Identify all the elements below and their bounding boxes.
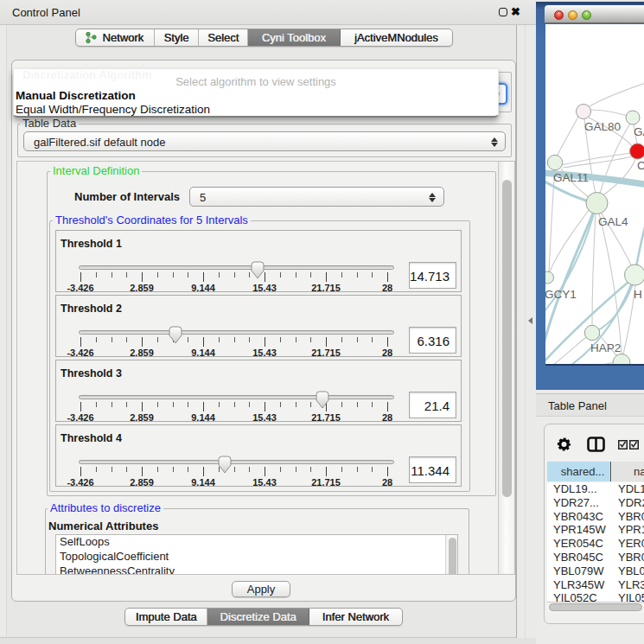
threshold-slider-track[interactable]	[79, 395, 394, 399]
cell-name: YER054C	[611, 537, 644, 551]
tab-cyni-toolbox[interactable]: Cyni Toolbox	[248, 29, 341, 46]
table-data-value: galFiltered.sif default node	[34, 136, 165, 149]
major-tick	[265, 337, 265, 347]
network-node-gal11[interactable]	[547, 155, 562, 169]
threshold-value-field[interactable]: 11.344	[409, 456, 456, 483]
network-node-gal80[interactable]	[577, 105, 591, 119]
major-tick	[80, 337, 81, 347]
threshold-value-field[interactable]: 14.713	[409, 262, 456, 289]
table-header-name[interactable]: name	[612, 462, 644, 481]
tick-label: 21.715	[311, 283, 341, 293]
numerical-attributes-label: Numerical Attributes	[48, 520, 158, 532]
panel-splitter[interactable]	[516, 25, 536, 638]
minor-tick	[157, 337, 158, 342]
zoom-traffic-light[interactable]	[582, 10, 591, 20]
table-hscrollbar-thumb[interactable]	[549, 603, 642, 611]
minor-tick	[296, 272, 296, 277]
table-row[interactable]: YDR27...YDR27	[547, 496, 644, 510]
tab-network[interactable]: Network	[76, 29, 155, 46]
collapse-arrow-icon[interactable]	[528, 317, 532, 324]
close-traffic-light[interactable]	[554, 10, 564, 20]
threshold-slider-thumb[interactable]	[169, 326, 182, 344]
major-tick	[142, 402, 143, 411]
tab-jactivemnodules[interactable]: jActiveMNodules	[341, 29, 452, 46]
table-row[interactable]: YLR345WYLR345W	[547, 578, 644, 592]
network-node[interactable]	[613, 354, 630, 365]
table-row[interactable]: YPR145WYPR145W	[547, 523, 644, 537]
network-edge	[590, 81, 644, 106]
cytopanel-tabbar: NetworkStyleSelectCyni ToolboxjActiveMNo…	[75, 29, 453, 47]
dropdown-item-equal-width[interactable]: Equal Width/Frequency Discretization	[16, 103, 210, 116]
network-node-hap2[interactable]	[584, 325, 599, 340]
number-of-intervals-select[interactable]: 5	[189, 187, 444, 207]
network-window-titlebar[interactable]	[545, 5, 644, 23]
network-node-gal4[interactable]	[586, 193, 608, 214]
panel-scrollbar-thumb[interactable]	[502, 180, 512, 497]
table-header-shared-name[interactable]: shared...	[547, 462, 611, 481]
threshold-slider-track[interactable]	[79, 330, 394, 335]
list-scrollbar[interactable]	[445, 535, 457, 574]
minimize-traffic-light[interactable]	[568, 10, 577, 20]
tab-impute-data[interactable]: Impute Data	[125, 609, 207, 625]
gear-icon[interactable]	[557, 437, 571, 452]
tab-infer-network[interactable]: Infer Network	[309, 609, 402, 625]
minor-tick	[112, 402, 112, 407]
major-tick	[265, 402, 265, 411]
cell-shared-name: YDL19...	[547, 482, 611, 496]
table-row[interactable]: YBR045CYBR045C	[547, 551, 644, 564]
threshold-slider-thumb[interactable]	[218, 456, 232, 474]
cell-name: YBR045C	[611, 551, 644, 564]
major-tick	[387, 337, 388, 347]
tick-label: 21.715	[311, 477, 341, 488]
cell-shared-name: YBR045C	[547, 551, 611, 564]
minor-tick	[280, 272, 281, 277]
tab-select[interactable]: Select	[199, 29, 248, 46]
network-node-gcy1[interactable]	[545, 271, 554, 284]
apply-button[interactable]: Apply	[232, 581, 290, 597]
table-row[interactable]: YBR043CYBR043C	[547, 510, 644, 524]
network-node-ga[interactable]	[626, 111, 640, 124]
attribute-list-item[interactable]: TopologicalCoefficient	[56, 550, 457, 564]
threshold-slider-track[interactable]	[79, 460, 394, 464]
threshold-slider-thumb[interactable]	[251, 261, 265, 279]
minor-tick	[157, 402, 158, 407]
threshold-value-field[interactable]: 6.316	[409, 327, 456, 354]
network-edge	[592, 214, 596, 326]
network-node-c[interactable]	[630, 143, 644, 159]
threshold-row-1: Threshold 1-3.4262.8599.14415.4321.71528…	[55, 230, 462, 292]
attribute-list-item[interactable]: BetweennessCentrality	[56, 564, 457, 575]
major-tick	[142, 337, 143, 347]
tab-discretize-data[interactable]: Discretize Data	[207, 609, 309, 625]
close-icon[interactable]: ✖	[511, 5, 520, 18]
attribute-list-item[interactable]: SelfLoops	[56, 535, 457, 550]
tick-label: 2.859	[130, 412, 154, 423]
number-of-intervals-label: Number of Intervals	[74, 190, 180, 203]
network-node-label: GCY1	[545, 288, 577, 301]
table-data-select[interactable]: galFiltered.sif default node	[23, 131, 506, 151]
tab-style[interactable]: Style	[155, 29, 200, 46]
checkbox-icons[interactable]	[618, 440, 640, 450]
tab-label: Cyni Toolbox	[262, 31, 326, 44]
minor-tick	[372, 467, 373, 472]
threshold-slider-track[interactable]	[79, 265, 394, 270]
table-row[interactable]: YER054CYER054C	[547, 537, 644, 551]
threshold-value-field[interactable]: 21.4	[409, 392, 456, 418]
numerical-attributes-list[interactable]: SelfLoopsTopologicalCoefficientBetweenne…	[55, 534, 458, 575]
network-node-h[interactable]	[625, 265, 644, 285]
panel-scrollbar[interactable]	[498, 162, 514, 574]
major-tick	[326, 337, 327, 347]
table-row[interactable]: YBL079WYBL079W	[547, 564, 644, 578]
list-scrollbar-thumb[interactable]	[449, 538, 456, 575]
table-row[interactable]: YIL052CYIL052C	[547, 591, 644, 602]
float-window-icon[interactable]	[499, 8, 507, 16]
network-canvas[interactable]: GAL80GACGAL11GAL4GCY1HHAP2	[545, 24, 644, 364]
tick-label: 15.43	[252, 348, 277, 358]
dropdown-item-manual-discretization[interactable]: Manual Discretization	[16, 89, 136, 102]
columns-icon[interactable]	[587, 437, 605, 452]
table-row[interactable]: YDL19...YDL19	[547, 482, 644, 496]
dropdown-placeholder-item[interactable]: Select algorithm to view settings	[14, 75, 498, 88]
network-node-label: H	[634, 288, 642, 301]
minor-tick	[157, 272, 158, 277]
network-tab-icon	[86, 32, 97, 43]
threshold-slider-thumb[interactable]	[316, 391, 329, 409]
